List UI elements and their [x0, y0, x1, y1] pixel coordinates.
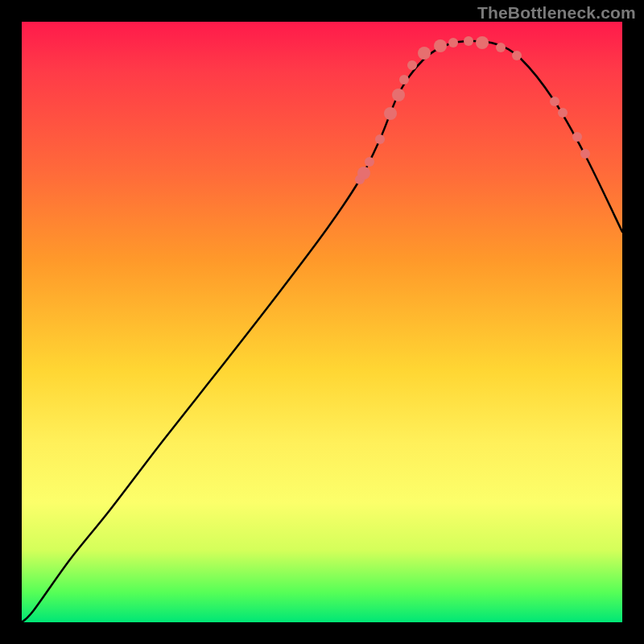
plot-area	[22, 22, 622, 622]
watermark-text: TheBottleneck.com	[477, 3, 636, 23]
chart-stage: TheBottleneck.com	[0, 0, 644, 644]
